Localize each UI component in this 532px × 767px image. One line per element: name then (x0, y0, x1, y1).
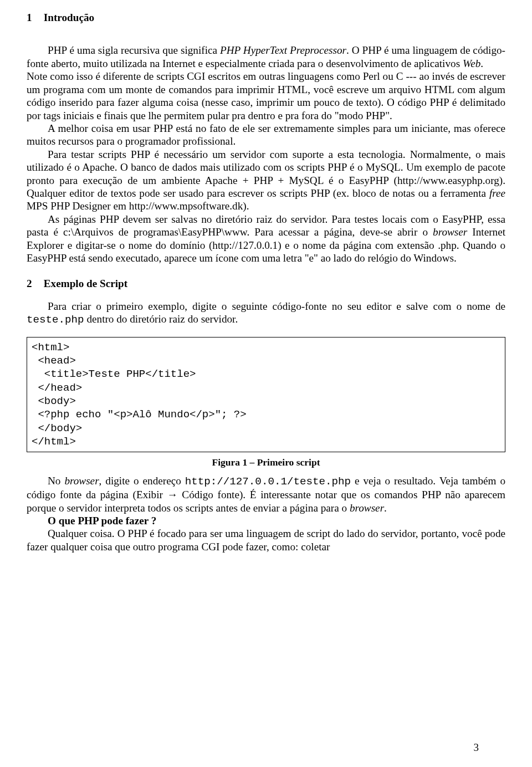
term-browser: browser (433, 226, 467, 238)
section1-para5: As páginas PHP devem ser salvas no diret… (27, 213, 505, 265)
text: PHP é uma sigla recursiva que significa (48, 44, 220, 56)
heading-section-1: 1 Introdução (27, 11, 505, 24)
filename-teste-php: teste.php (27, 314, 84, 326)
heading-section-2: 2 Exemplo de Script (27, 277, 505, 290)
url-local-teste: http://127.0.0.1/teste.php (185, 475, 351, 488)
heading-1-title: Introdução (44, 12, 94, 23)
section1-para4: Para testar scripts PHP é necessário um … (27, 148, 505, 213)
code-line: <body> (32, 395, 76, 407)
code-line: <head> (32, 355, 76, 367)
term-browser: browser (350, 502, 384, 514)
heading-2-number: 2 (27, 277, 41, 290)
code-line: </body> (32, 422, 82, 434)
page-number: 3 (474, 741, 479, 754)
text: . (480, 58, 483, 69)
heading-2-title: Exemplo de Script (44, 278, 127, 289)
after-para2-subheading: O que PHP pode fazer ? (27, 514, 505, 527)
code-line: </head> (32, 382, 82, 394)
heading-1-number: 1 (27, 11, 41, 24)
section1-para3: A melhor coisa em usar PHP está no fato … (27, 122, 505, 148)
text: , digite o endereço (99, 475, 185, 487)
text: No (48, 475, 64, 487)
code-line: <title>Teste PHP</title> (32, 368, 196, 380)
text: Para testar scripts PHP é necessário um … (27, 149, 505, 199)
section2-para1: Para criar o primeiro exemplo, digite o … (27, 300, 505, 327)
code-line: <html> (32, 341, 69, 354)
term-web: Web (463, 58, 480, 69)
text: . (384, 502, 387, 514)
figure-1-caption: Figura 1 – Primeiro script (27, 457, 505, 468)
code-listing: <html> <head> <title>Teste PHP</title> <… (27, 337, 505, 453)
term-browser: browser (64, 475, 99, 487)
code-line: <?php echo "<p>Alô Mundo</p>"; ?> (32, 408, 247, 421)
text: dentro do diretório raiz do servidor. (84, 313, 238, 325)
code-line: </html> (32, 436, 76, 448)
term-free: free (489, 187, 505, 199)
section1-para1: PHP é uma sigla recursiva que significa … (27, 44, 505, 70)
after-para3: Qualquer coisa. O PHP é focado para ser … (27, 527, 505, 553)
after-para1: No browser, digite o endereço http://127… (27, 474, 505, 514)
term-php-hypertext: PHP HyperText Preprocessor (220, 44, 346, 56)
text: MPS PHP Designer em http://www.mpsoftwar… (27, 200, 249, 212)
section1-para2: Note como isso é diferente de scripts CG… (27, 70, 505, 122)
text: Para criar o primeiro exemplo, digite o … (48, 300, 505, 312)
